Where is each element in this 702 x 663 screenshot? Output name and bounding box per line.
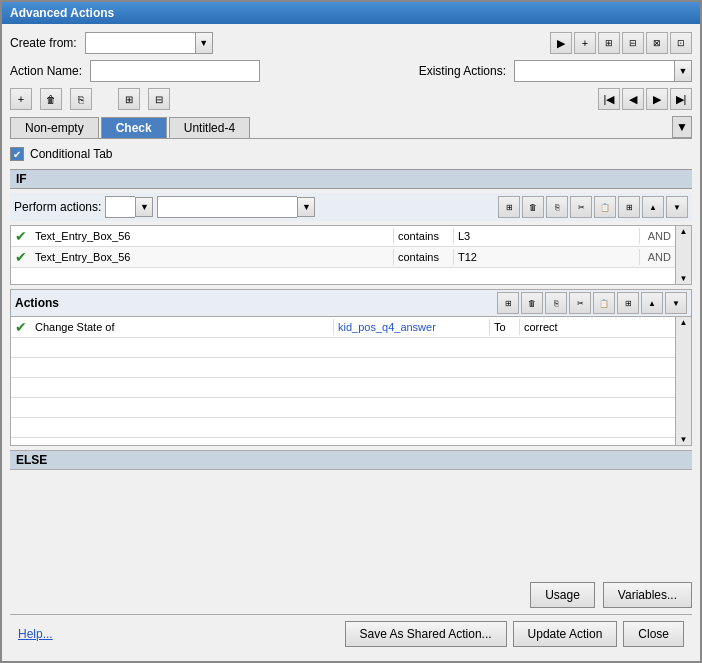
cond2-val: T12	[454, 249, 640, 265]
bottom-bar: Help... Save As Shared Action... Update …	[10, 614, 692, 653]
script4-icon[interactable]: ⊡	[670, 32, 692, 54]
cond-cut[interactable]: ✂	[570, 196, 592, 218]
act-down[interactable]: ▼	[665, 292, 687, 314]
script-btn1[interactable]: ⊞	[118, 88, 140, 110]
actions-scrollbar[interactable]: ▲ ▼	[675, 317, 691, 445]
cond-up[interactable]: ▲	[642, 196, 664, 218]
perform-actions-label: Perform actions:	[14, 200, 101, 214]
delete-btn[interactable]: 🗑	[40, 88, 62, 110]
help-link[interactable]: Help...	[18, 627, 53, 641]
cond1-op: contains	[394, 228, 454, 244]
create-from-dropdown-btn[interactable]: ▼	[195, 32, 213, 54]
act-add[interactable]: ⊞	[497, 292, 519, 314]
act1-to: To	[490, 319, 520, 335]
perform-actions-row: Perform actions: If ▼ All conditions are…	[10, 193, 692, 221]
cond1-and: AND	[640, 228, 675, 244]
create-from-label: Create from:	[10, 36, 77, 50]
all-conditions-input[interactable]: All conditions are true	[157, 196, 297, 218]
cond-add[interactable]: ⊞	[498, 196, 520, 218]
act-del[interactable]: 🗑	[521, 292, 543, 314]
scrollbar-up[interactable]: ▲	[676, 226, 691, 236]
tab-untitled4[interactable]: Untitled-4	[169, 117, 250, 138]
action-row-1: ✔ Change State of kid_pos_q4_answer To c…	[11, 317, 675, 338]
nav-icons: |◀ ◀ ▶ ▶|	[598, 88, 692, 110]
tabs-area: Non-empty Check Untitled-4 ▼	[10, 116, 692, 139]
action-row-6	[11, 418, 675, 438]
main-body: IF Perform actions: If ▼ All conditions …	[10, 169, 692, 576]
condition-toolbar: ⊞ 🗑 ⎘ ✂ 📋 ⊞ ▲ ▼	[498, 196, 688, 218]
conditions-scrollbar[interactable]: ▲ ▼	[675, 226, 691, 284]
cond1-name: Text_Entry_Box_56	[31, 228, 394, 244]
scrollbar-down[interactable]: ▼	[676, 274, 691, 284]
act-copy[interactable]: ⎘	[545, 292, 567, 314]
cond2-op: contains	[394, 249, 454, 265]
act-move[interactable]: ⊞	[617, 292, 639, 314]
cond2-check: ✔	[11, 247, 31, 267]
close-btn[interactable]: Close	[623, 621, 684, 647]
save-as-btn[interactable]: Save As Shared Action...	[345, 621, 507, 647]
if-section-header: IF	[10, 169, 692, 189]
cond-del[interactable]: 🗑	[522, 196, 544, 218]
condition-row-empty1	[11, 268, 675, 284]
bottom-right: Save As Shared Action... Update Action C…	[345, 621, 685, 647]
advanced-actions-window: Advanced Actions Create from: Blank ▼ ▶ …	[0, 0, 702, 663]
cond-down[interactable]: ▼	[666, 196, 688, 218]
variables-btn[interactable]: Variables...	[603, 582, 692, 608]
cond-move[interactable]: ⊞	[618, 196, 640, 218]
add-btn[interactable]: +	[10, 88, 32, 110]
nav-prev[interactable]: ◀	[622, 88, 644, 110]
nav-first[interactable]: |◀	[598, 88, 620, 110]
all-conditions-dropdown[interactable]: ▼	[297, 197, 315, 217]
create-from-input[interactable]: Blank	[85, 32, 195, 54]
add-action-icon[interactable]: +	[574, 32, 596, 54]
tab-more-btn[interactable]: ▼	[672, 116, 692, 138]
cond2-name: Text_Entry_Box_56	[31, 249, 394, 265]
create-from-combo[interactable]: Blank ▼	[85, 32, 213, 54]
conditional-tab-row: ✔ Conditional Tab	[10, 145, 692, 163]
window-title: Advanced Actions	[10, 6, 114, 20]
tab-non-empty[interactable]: Non-empty	[10, 117, 99, 138]
copy-btn[interactable]: ⎘	[70, 88, 92, 110]
tab-check[interactable]: Check	[101, 117, 167, 138]
cond-paste[interactable]: 📋	[594, 196, 616, 218]
play-icon[interactable]: ▶	[550, 32, 572, 54]
perform-if-input[interactable]: If	[105, 196, 135, 218]
act-paste[interactable]: 📋	[593, 292, 615, 314]
cond1-check: ✔	[11, 226, 31, 246]
script3-icon[interactable]: ⊠	[646, 32, 668, 54]
script2-icon[interactable]: ⊟	[622, 32, 644, 54]
perform-if-dropdown[interactable]: ▼	[135, 197, 153, 217]
act-up[interactable]: ▲	[641, 292, 663, 314]
actions-label: Actions	[15, 296, 59, 310]
existing-actions-dropdown-btn[interactable]: ▼	[674, 60, 692, 82]
act1-target: kid_pos_q4_answer	[334, 319, 490, 335]
conditions-table: ✔ Text_Entry_Box_56 contains L3 AND ✔ Te…	[10, 225, 692, 285]
perform-if-combo[interactable]: If ▼	[105, 196, 153, 218]
usage-variables-row: Usage Variables...	[10, 582, 692, 608]
action-name-input[interactable]: kid_pos_q4_validate	[90, 60, 260, 82]
act-scroll-up[interactable]: ▲	[676, 317, 691, 327]
conditional-tab-checkbox[interactable]: ✔	[10, 147, 24, 161]
act-scroll-down[interactable]: ▼	[676, 435, 691, 445]
act1-check: ✔	[11, 317, 31, 337]
action-row-4	[11, 378, 675, 398]
act-cut[interactable]: ✂	[569, 292, 591, 314]
nav-last[interactable]: ▶|	[670, 88, 692, 110]
actions-rows-container: ✔ Change State of kid_pos_q4_answer To c…	[11, 317, 675, 445]
action-row-3	[11, 358, 675, 378]
nav-next[interactable]: ▶	[646, 88, 668, 110]
actions-toolbar: ⊞ 🗑 ⎘ ✂ 📋 ⊞ ▲ ▼	[497, 292, 687, 314]
act1-value: correct	[520, 319, 675, 335]
existing-actions-input[interactable]: kid_pos_q4_validate	[514, 60, 674, 82]
condition-row-2: ✔ Text_Entry_Box_56 contains T12 AND	[11, 247, 675, 268]
script-btn2[interactable]: ⊟	[148, 88, 170, 110]
cond1-val: L3	[454, 228, 640, 244]
script1-icon[interactable]: ⊞	[598, 32, 620, 54]
usage-btn[interactable]: Usage	[530, 582, 595, 608]
all-conditions-combo[interactable]: All conditions are true ▼	[157, 196, 315, 218]
cond-copy[interactable]: ⎘	[546, 196, 568, 218]
update-action-btn[interactable]: Update Action	[513, 621, 618, 647]
existing-actions-combo[interactable]: kid_pos_q4_validate ▼	[514, 60, 692, 82]
action-row-2	[11, 338, 675, 358]
cond2-and: AND	[640, 249, 675, 265]
